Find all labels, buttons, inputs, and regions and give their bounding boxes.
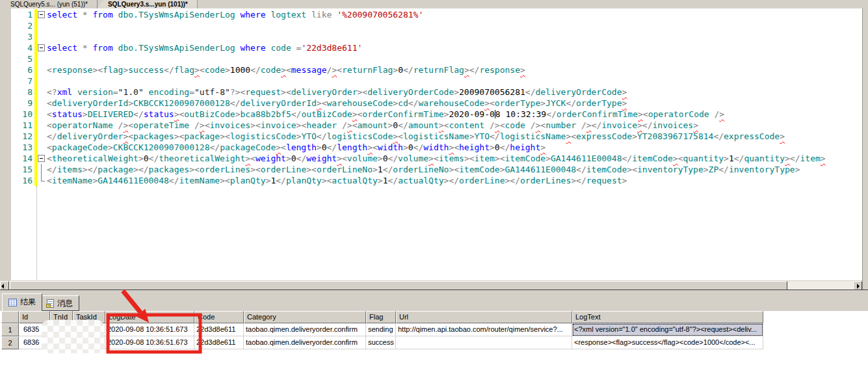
line-number[interactable]: 4 [11,42,34,53]
editor-line[interactable]: 2 [0,20,862,31]
tab-messages[interactable]: 消息 [40,295,79,311]
fold-margin [37,142,46,153]
censor-blur [42,320,104,353]
editor-line[interactable]: 10<status>DELIVERED</status><outBizCode>… [0,109,862,120]
tab-sqlquery5[interactable]: SQLQuery5.s... (yun (51))* [0,0,98,8]
column-header-logtext[interactable]: LogText [572,311,763,323]
grid-cell-flag[interactable]: sending [366,323,396,336]
scroll-left-arrow-icon [1,284,4,289]
grid-cell-logdate[interactable]: 2020-09-08 10:36:51.673 [105,336,194,349]
line-number[interactable]: 2 [11,20,34,31]
editor-line[interactable]: 3 [0,31,862,42]
fold-margin [37,164,46,175]
code-text: <itemName>GA144611E00048</itemName><plan… [46,175,627,186]
fold-end-icon [41,175,45,182]
grid-header-row: IdTnIdTaskIdLogDateCodeCategoryFlagUrlLo… [1,311,763,323]
code-text: <response><flag>success</flag><code>1000… [46,64,525,75]
tab-messages-label: 消息 [57,298,73,309]
row-header-cell[interactable]: 1 [1,323,19,336]
fold-guide-line [41,164,42,175]
editor-line[interactable]: 7 [0,75,862,87]
line-number[interactable]: 5 [11,53,34,64]
code-text: select * from dbo.TSysWmsApiSenderLog wh… [46,42,362,53]
row-header-cell[interactable]: 2 [1,336,19,349]
scroll-left-button[interactable] [0,281,9,290]
fold-margin [37,98,46,109]
editor-code-lines: 1select * from dbo.TSysWmsApiSenderLog w… [0,9,862,186]
code-text: <status>DELIVERED</status><outBizCode>bc… [46,109,724,120]
editor-line[interactable]: 13<packageCode>CKBCCK1200907000128</pack… [0,142,862,153]
line-number[interactable]: 12 [11,131,34,142]
line-number[interactable]: 10 [11,109,34,120]
grid-cell-url[interactable] [396,336,572,349]
grid-cell-category[interactable]: taobao.qimen.deliveryorder.confirm [244,323,366,336]
grid-cell-category[interactable]: taobao.qimen.deliveryorder.confirm [244,336,366,349]
column-header-url[interactable]: Url [396,311,572,323]
line-number[interactable]: 15 [11,164,34,175]
tab-sqlquery3[interactable]: SQLQuery3.s...yun (101))* [98,0,198,8]
scrollbar-thumb[interactable] [10,281,787,290]
line-number[interactable]: 1 [11,9,34,20]
fold-margin [37,20,46,31]
grid-cell-code[interactable]: 22d3d8e611 [194,323,244,336]
line-number[interactable]: 9 [11,98,34,109]
fold-margin [37,31,46,42]
editor-line[interactable]: 12</deliveryOrder><packages><package><lo… [0,131,862,142]
sql-editor[interactable]: 1select * from dbo.TSysWmsApiSenderLog w… [0,8,862,280]
tab-results[interactable]: 结果 [2,293,42,311]
line-number[interactable]: 8 [11,87,34,98]
fold-margin [37,131,46,142]
grid-cell-flag[interactable]: success [366,336,396,349]
column-header-rownum[interactable] [1,311,19,323]
grid-cell-logtext[interactable]: <?xml version="1.0" encoding="utf-8"?><r… [572,323,763,336]
fold-collapse-icon[interactable] [38,44,45,51]
editor-line[interactable]: 1select * from dbo.TSysWmsApiSenderLog w… [0,9,862,20]
line-number[interactable]: 6 [11,64,34,75]
editor-line[interactable]: 9<deliveryOrderId>CKBCCK1200907000128</d… [0,98,862,109]
fold-collapse-icon[interactable] [38,11,45,18]
fold-margin [37,109,46,120]
column-header-category[interactable]: Category [244,311,366,323]
code-text [46,31,47,42]
editor-column-guide [36,186,37,280]
grid-icon [8,299,17,306]
editor-line[interactable]: 11<operatorName /><operateTime /><invoic… [0,120,862,131]
column-header-logdate[interactable]: LogDate [105,311,194,323]
grid-cell-logdate[interactable]: 2020-09-08 10:36:51.673 [105,323,194,336]
line-number[interactable]: 3 [11,31,34,42]
line-number[interactable]: 13 [11,142,34,153]
ssms-window: SQLQuery5.s... (yun (51))* SQLQuery3.s..… [0,0,868,391]
code-text: <deliveryOrderId>CKBCCK1200907000128</de… [46,98,627,109]
line-number[interactable]: 7 [11,75,34,87]
results-tabbar: 结果 消息 [0,291,868,311]
line-number[interactable]: 16 [11,175,34,186]
tab-results-label: 结果 [20,297,36,308]
line-number[interactable]: 11 [11,120,34,131]
table-row: 268362020-09-08 10:36:51.67322d3d8e611ta… [1,336,763,349]
grid-cell-url[interactable]: http://qimen.api.taobao.com/router/qimen… [396,323,572,336]
editor-horizontal-scrollbar[interactable] [0,280,862,290]
table-row: 1683512020-09-08 10:36:51.67322d3d8e611t… [1,323,763,336]
editor-line[interactable]: 15</items></package></packages><orderLin… [0,164,862,175]
editor-line[interactable]: 8<?xml version="1.0" encoding="utf-8"?><… [0,87,862,98]
line-number[interactable]: 14 [11,153,34,164]
editor-line[interactable]: 5 [0,53,862,64]
code-text [46,20,47,31]
fold-margin [37,42,46,53]
code-text: <?xml version="1.0" encoding="utf-8"?><r… [46,87,627,98]
fold-margin [37,64,46,75]
grid-cell-logtext[interactable]: <response><flag>success</flag><code>1000… [572,336,763,349]
editor-line[interactable]: 16<itemName>GA144611E00048</itemName><pl… [0,175,862,186]
editor-line[interactable]: 6<response><flag>success</flag><code>100… [0,64,862,75]
column-header-flag[interactable]: Flag [366,311,396,323]
scroll-right-button[interactable] [853,281,862,290]
document-tabbar: SQLQuery5.s... (yun (51))* SQLQuery3.s..… [0,0,868,9]
column-header-code[interactable]: Code [194,311,244,323]
fold-margin [37,120,46,131]
editor-right-border [862,8,868,290]
grid-cell-code[interactable]: 22d3d8e611 [194,336,244,349]
fold-margin [37,9,46,20]
editor-line[interactable]: 4select * from dbo.TSysWmsApiSenderLog w… [0,42,862,53]
fold-collapse-icon[interactable] [38,155,45,162]
editor-line[interactable]: 14<theoreticalWeight>0</theoreticalWeigh… [0,153,862,164]
